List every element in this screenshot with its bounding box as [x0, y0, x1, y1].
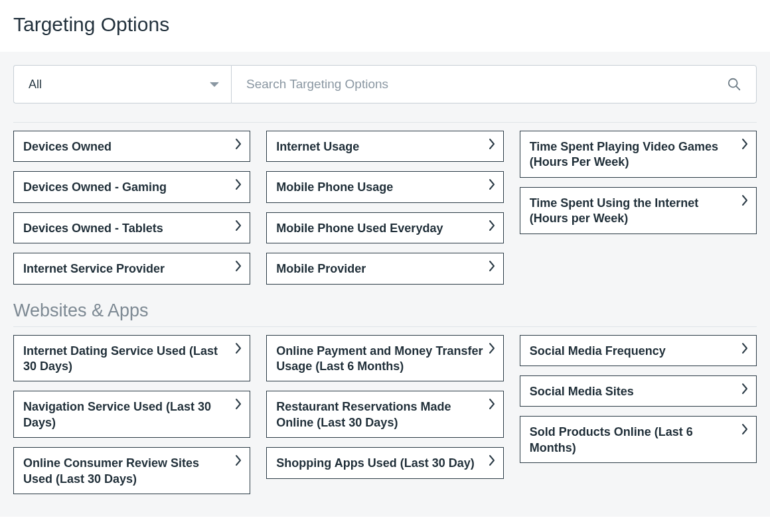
- section-divider: [13, 122, 757, 123]
- option-label: Online Payment and Money Transfer Usage …: [276, 342, 488, 375]
- filter-dropdown[interactable]: All: [13, 65, 231, 103]
- option-label: Time Spent Playing Video Games (Hours Pe…: [530, 138, 741, 170]
- option-card[interactable]: Social Media Sites: [520, 375, 757, 407]
- option-grid: Devices Owned Devices Owned - Gaming Dev…: [13, 131, 757, 294]
- chevron-right-icon: [489, 342, 495, 354]
- option-column: Devices Owned Devices Owned - Gaming Dev…: [13, 131, 250, 294]
- option-card[interactable]: Mobile Provider: [266, 253, 503, 284]
- option-label: Social Media Sites: [530, 383, 639, 399]
- option-label: Internet Service Provider: [23, 260, 170, 277]
- svg-line-1: [736, 86, 739, 90]
- option-card[interactable]: Mobile Phone Used Everyday: [266, 212, 503, 243]
- search-field[interactable]: [231, 65, 757, 103]
- search-icon: [727, 77, 741, 92]
- search-input[interactable]: [246, 77, 727, 92]
- section-title: Websites & Apps: [13, 300, 757, 321]
- option-column: Online Payment and Money Transfer Usage …: [266, 335, 503, 503]
- option-card[interactable]: Online Payment and Money Transfer Usage …: [266, 335, 503, 382]
- option-label: Restaurant Reservations Made Online (Las…: [276, 398, 488, 431]
- chevron-right-icon: [489, 454, 495, 466]
- option-column: Time Spent Playing Video Games (Hours Pe…: [520, 131, 757, 294]
- chevron-right-icon: [741, 342, 748, 354]
- option-label: Navigation Service Used (Last 30 Days): [23, 398, 235, 431]
- option-card[interactable]: Internet Dating Service Used (Last 30 Da…: [13, 335, 250, 382]
- option-label: Mobile Provider: [276, 260, 371, 277]
- chevron-right-icon: [235, 138, 242, 150]
- option-card[interactable]: Time Spent Playing Video Games (Hours Pe…: [520, 131, 757, 178]
- chevron-right-icon: [741, 383, 748, 395]
- chevron-right-icon: [489, 260, 495, 272]
- chevron-right-icon: [489, 398, 495, 410]
- option-card[interactable]: Navigation Service Used (Last 30 Days): [13, 391, 250, 438]
- chevron-right-icon: [489, 138, 495, 150]
- option-label: Time Spent Using the Internet (Hours per…: [530, 194, 741, 227]
- option-column: Internet Dating Service Used (Last 30 Da…: [13, 335, 250, 503]
- content-panel: All Devices Owned Devices Owned - Gaming…: [0, 52, 770, 517]
- option-card[interactable]: Devices Owned - Tablets: [13, 212, 250, 243]
- option-grid: Internet Dating Service Used (Last 30 Da…: [13, 335, 757, 503]
- chevron-right-icon: [741, 138, 748, 150]
- option-column: Internet Usage Mobile Phone Usage Mobile…: [266, 131, 503, 294]
- option-label: Devices Owned - Tablets: [23, 220, 169, 236]
- option-label: Online Consumer Review Sites Used (Last …: [23, 454, 235, 487]
- section-divider: [13, 326, 757, 327]
- chevron-right-icon: [489, 178, 495, 190]
- chevron-right-icon: [235, 342, 242, 354]
- option-card[interactable]: Internet Service Provider: [13, 253, 250, 284]
- chevron-right-icon: [235, 398, 242, 410]
- option-label: Mobile Phone Usage: [276, 178, 398, 195]
- chevron-right-icon: [235, 220, 242, 232]
- chevron-right-icon: [235, 178, 242, 190]
- option-card[interactable]: Restaurant Reservations Made Online (Las…: [266, 391, 503, 438]
- option-card[interactable]: Mobile Phone Usage: [266, 171, 503, 202]
- option-card[interactable]: Sold Products Online (Last 6 Months): [520, 416, 757, 463]
- option-card[interactable]: Social Media Frequency: [520, 335, 757, 366]
- option-card[interactable]: Shopping Apps Used (Last 30 Day): [266, 447, 503, 478]
- chevron-right-icon: [489, 220, 495, 232]
- option-label: Social Media Frequency: [530, 342, 671, 359]
- option-card[interactable]: Devices Owned: [13, 131, 250, 162]
- filter-row: All: [13, 65, 757, 103]
- option-column: Social Media Frequency Social Media Site…: [520, 335, 757, 503]
- page-title: Targeting Options: [0, 0, 770, 52]
- option-label: Devices Owned: [23, 138, 117, 155]
- filter-dropdown-value: All: [29, 78, 42, 92]
- option-card[interactable]: Online Consumer Review Sites Used (Last …: [13, 447, 250, 494]
- option-label: Sold Products Online (Last 6 Months): [530, 423, 741, 456]
- chevron-down-icon: [210, 82, 219, 87]
- option-label: Internet Dating Service Used (Last 30 Da…: [23, 342, 235, 375]
- option-label: Internet Usage: [276, 138, 364, 155]
- option-label: Shopping Apps Used (Last 30 Day): [276, 454, 479, 471]
- option-card[interactable]: Time Spent Using the Internet (Hours per…: [520, 187, 757, 234]
- option-label: Devices Owned - Gaming: [23, 178, 172, 195]
- option-card[interactable]: Internet Usage: [266, 131, 503, 162]
- option-label: Mobile Phone Used Everyday: [276, 220, 448, 236]
- chevron-right-icon: [741, 423, 748, 435]
- chevron-right-icon: [235, 454, 242, 466]
- chevron-right-icon: [235, 260, 242, 272]
- option-card[interactable]: Devices Owned - Gaming: [13, 171, 250, 202]
- chevron-right-icon: [741, 194, 748, 206]
